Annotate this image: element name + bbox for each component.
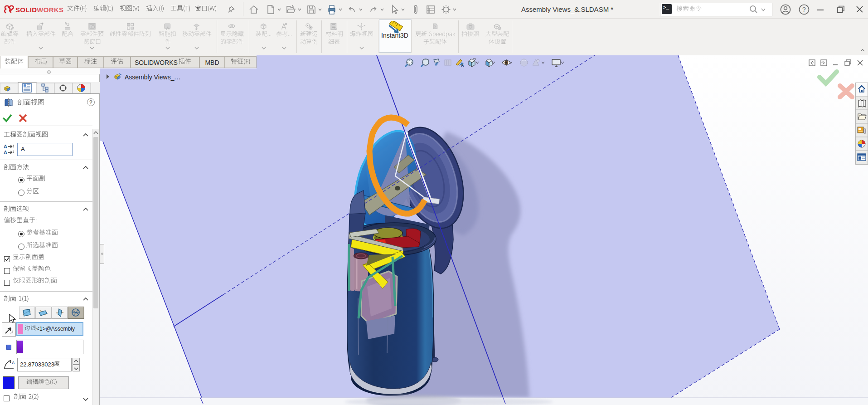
svg-text:A: A (4, 150, 7, 155)
svg-text:A: A (461, 63, 464, 68)
svg-text:A: A (4, 144, 7, 149)
svg-text:A: A (12, 361, 15, 365)
